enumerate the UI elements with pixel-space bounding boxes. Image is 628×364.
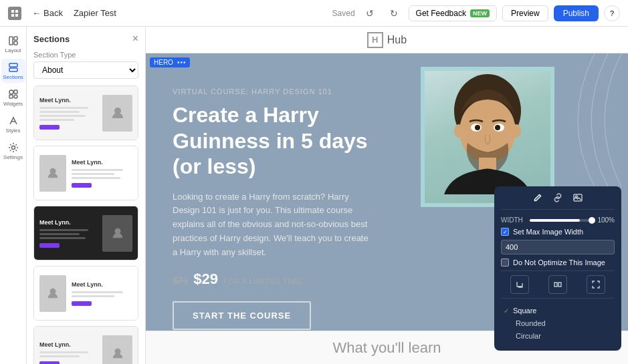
flip-icon-button[interactable] bbox=[548, 275, 567, 294]
settings-icon bbox=[8, 142, 19, 153]
help-button[interactable]: ? bbox=[604, 5, 620, 21]
sections-icon bbox=[8, 62, 19, 73]
cta-button[interactable]: START THE COURSE bbox=[173, 301, 311, 330]
sidebar-item-widgets[interactable]: Widgets bbox=[1, 85, 25, 110]
optimize-checkbox-row: Do Not Optimize This Image bbox=[501, 258, 615, 266]
price-row: $79 $29 FOR A LIMITED TIME bbox=[173, 270, 394, 288]
preview-button[interactable]: Preview bbox=[502, 5, 548, 21]
section-card-4[interactable]: Meet Lynn. bbox=[33, 266, 138, 321]
svg-rect-5 bbox=[14, 37, 17, 40]
course-label: VIRTUAL COURSE: HARRY DESIGN 101 bbox=[173, 87, 394, 96]
editor-tab-image[interactable] bbox=[573, 193, 583, 204]
shape-option-circular[interactable]: Circular bbox=[501, 331, 615, 341]
checkmark-square: ✓ bbox=[504, 307, 509, 315]
image-editor-popup: WIDTH 100% ✓ Set Max Image Width bbox=[494, 186, 621, 351]
width-input[interactable] bbox=[501, 240, 615, 254]
old-price: $79 bbox=[173, 275, 188, 286]
svg-rect-32 bbox=[558, 283, 561, 287]
learn-footer-text: What you'll learn bbox=[333, 339, 441, 357]
site-header: H Hub bbox=[146, 27, 628, 53]
new-price: $29 bbox=[193, 270, 218, 288]
top-bar-left: ← Back Zapier Test bbox=[8, 5, 116, 21]
sections-label: Sections bbox=[3, 74, 23, 80]
svg-point-23 bbox=[512, 124, 521, 138]
set-max-label: Set Max Image Width bbox=[513, 228, 583, 236]
slider-fill bbox=[530, 219, 580, 222]
publish-button[interactable]: Publish bbox=[554, 5, 599, 21]
sidebar-item-styles[interactable]: Styles bbox=[1, 112, 25, 136]
checkmark-icon: ✓ bbox=[503, 229, 508, 235]
hero-right: WIDTH 100% ✓ Set Max Image Width bbox=[414, 53, 628, 364]
shape-square-label: Square bbox=[513, 307, 536, 315]
section-card-2[interactable]: Meet Lynn. bbox=[33, 146, 138, 200]
svg-point-22 bbox=[454, 124, 463, 138]
close-panel-button[interactable]: × bbox=[132, 33, 138, 44]
section-card-1[interactable]: Meet Lynn. bbox=[33, 85, 138, 140]
site-name: Hub bbox=[387, 34, 407, 46]
editor-tab-pencil[interactable] bbox=[533, 193, 542, 204]
section-type-label: Section Type bbox=[33, 51, 138, 59]
top-bar-right: Saved ↺ ↻ Get Feedback NEW Preview Publi… bbox=[332, 4, 620, 23]
back-button[interactable]: ← Back bbox=[27, 5, 68, 21]
hero-image-placeholder bbox=[425, 71, 550, 203]
svg-rect-31 bbox=[554, 283, 557, 287]
back-label: Back bbox=[43, 8, 63, 18]
width-slider-track[interactable] bbox=[530, 219, 592, 222]
svg-rect-3 bbox=[15, 14, 18, 17]
limited-time-label: FOR A LIMITED TIME bbox=[223, 277, 302, 285]
set-max-checkbox[interactable]: ✓ bbox=[501, 228, 509, 236]
svg-rect-4 bbox=[9, 37, 13, 45]
sections-panel: Sections × Section Type About Meet Lynn. bbox=[27, 27, 146, 364]
svg-point-14 bbox=[11, 146, 15, 149]
sidebar-item-layout[interactable]: Layout bbox=[1, 32, 25, 56]
project-name: Zapier Test bbox=[74, 8, 116, 18]
svg-point-9 bbox=[9, 90, 13, 94]
svg-rect-10 bbox=[14, 90, 17, 94]
crop-icon-button[interactable] bbox=[510, 275, 529, 294]
logo-box: H bbox=[367, 32, 383, 48]
fullscreen-icon-button[interactable] bbox=[587, 275, 605, 294]
svg-point-27 bbox=[495, 125, 500, 130]
sidebar-item-settings[interactable]: Settings bbox=[1, 139, 25, 163]
section-card-3[interactable]: Meet Lynn. bbox=[33, 206, 138, 260]
editor-tab-link[interactable] bbox=[553, 193, 562, 204]
hero-section: HERO ••• VIRTUAL COURSE: HARRY DESIGN 10… bbox=[146, 53, 628, 364]
section-card-5[interactable]: Meet Lynn. bbox=[33, 326, 138, 364]
svg-rect-0 bbox=[11, 10, 14, 13]
main-layout: Layout Sections Widgets Styles Settings … bbox=[0, 27, 628, 364]
get-feedback-button[interactable]: Get Feedback NEW bbox=[409, 5, 497, 21]
editor-tabs bbox=[501, 193, 615, 210]
panel-header: Sections × bbox=[33, 33, 138, 44]
do-not-optimize-label: Do Not Optimize This Image bbox=[513, 258, 605, 266]
hero-description: Looking to create a Harry from scratch? … bbox=[173, 190, 373, 260]
width-label: WIDTH bbox=[501, 216, 524, 224]
svg-rect-1 bbox=[15, 10, 18, 13]
shape-circular-label: Circular bbox=[516, 332, 541, 340]
get-feedback-label: Get Feedback bbox=[416, 9, 466, 18]
do-not-optimize-checkbox[interactable] bbox=[501, 258, 509, 266]
saved-status: Saved bbox=[332, 9, 355, 18]
redo-button[interactable]: ↻ bbox=[385, 4, 403, 23]
site-logo: H Hub bbox=[367, 32, 407, 48]
app-logo bbox=[8, 7, 21, 20]
shape-option-rounded[interactable]: Rounded bbox=[501, 318, 615, 329]
undo-button[interactable]: ↺ bbox=[360, 4, 379, 23]
set-max-checkbox-row: ✓ Set Max Image Width bbox=[501, 228, 615, 236]
hero-title: Create a Harry Guinness in 5 days (or le… bbox=[173, 102, 394, 179]
sidebar-item-sections[interactable]: Sections bbox=[1, 59, 25, 83]
layout-label: Layout bbox=[5, 47, 21, 53]
panel-title: Sections bbox=[33, 34, 70, 44]
shape-option-square[interactable]: ✓ Square bbox=[501, 305, 615, 316]
section-type-select[interactable]: About bbox=[33, 61, 138, 79]
styles-icon bbox=[8, 116, 19, 126]
svg-point-12 bbox=[14, 95, 17, 98]
shape-options: ✓ Square Rounded Circular bbox=[501, 303, 615, 344]
hero-wrapper: H Hub HERO ••• VIRTUAL COURSE: HARRY DES… bbox=[146, 27, 628, 364]
hero-content: VIRTUAL COURSE: HARRY DESIGN 101 Create … bbox=[146, 53, 414, 364]
settings-label: Settings bbox=[3, 154, 23, 160]
svg-rect-6 bbox=[14, 41, 17, 45]
editor-divider bbox=[501, 270, 615, 271]
top-bar: ← Back Zapier Test Saved ↺ ↻ Get Feedbac… bbox=[0, 0, 628, 27]
width-row: WIDTH 100% bbox=[501, 216, 615, 224]
svg-rect-7 bbox=[9, 63, 17, 67]
